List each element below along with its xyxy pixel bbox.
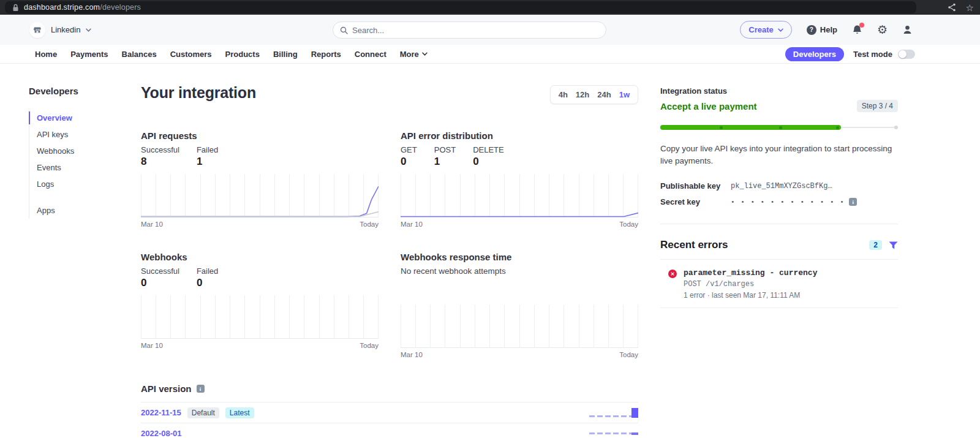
publishable-key-label: Publishable key	[660, 181, 731, 191]
sidebar-item-webhooks[interactable]: Webhooks	[29, 143, 127, 159]
stat-value: 0	[197, 277, 218, 289]
create-button[interactable]: Create	[740, 21, 791, 39]
toggle-knob	[899, 50, 907, 58]
integration-progress-bar	[660, 125, 898, 130]
version-badge-default: Default	[187, 407, 219, 418]
sidebar-item-events[interactable]: Events	[29, 159, 127, 176]
info-icon[interactable]: i	[197, 385, 205, 393]
sidebar-title: Developers	[29, 86, 127, 96]
notification-dot	[859, 23, 864, 28]
error-endpoint: POST /v1/charges	[684, 280, 817, 289]
search-input[interactable]: Search...	[333, 21, 606, 39]
publishable-key-value[interactable]: pk_live_51MmXYZGscBfKg…	[731, 182, 898, 191]
integration-status-description: Copy your live API keys into your integr…	[660, 143, 898, 167]
stat-label: POST	[434, 145, 456, 154]
address-bar[interactable]: dashboard.stripe.com/developers	[5, 1, 916, 13]
chart-empty-note: No recent webhook attempts	[401, 266, 638, 276]
nav-tab-products[interactable]: Products	[225, 50, 260, 59]
chevron-down-icon	[86, 28, 91, 32]
chart-title: Webhooks	[141, 252, 379, 262]
stat-value: 1	[434, 156, 456, 168]
stat-value: 0	[141, 277, 179, 289]
main-content: Your integration 4h12h24h1w API requests…	[141, 84, 638, 438]
sidebar-list: OverviewAPI keysWebhooksEventsLogsApps	[29, 110, 127, 219]
primary-nav: HomePaymentsBalancesCustomersProductsBil…	[0, 45, 980, 64]
help-button[interactable]: ? Help	[807, 25, 837, 35]
stat-value: 8	[141, 156, 179, 168]
chart-plot	[401, 304, 638, 348]
range-option-1w[interactable]: 1w	[619, 90, 630, 99]
nav-tab-reports[interactable]: Reports	[311, 50, 341, 59]
range-option-24h[interactable]: 24h	[597, 90, 611, 99]
integration-status-label: Integration status	[660, 86, 898, 96]
range-option-4h[interactable]: 4h	[559, 90, 568, 99]
x-axis-end: Today	[360, 221, 379, 228]
search-icon	[340, 26, 348, 34]
stat-value: 0	[401, 156, 417, 168]
test-mode-toggle[interactable]	[898, 50, 915, 59]
progress-step-dot	[779, 126, 782, 129]
api-version-link[interactable]: 2022-08-01	[141, 429, 182, 438]
sidebar-item-apps[interactable]: Apps	[29, 202, 127, 219]
sidebar-item-logs[interactable]: Logs	[29, 176, 127, 192]
nav-tab-connect[interactable]: Connect	[355, 50, 386, 59]
chart-plot	[141, 174, 379, 217]
chart-title: Webhooks response time	[401, 252, 638, 262]
x-axis-start: Mar 10	[401, 221, 423, 228]
api-keys-summary: Publishable keypk_live_51MmXYZGscBfKg…Se…	[660, 181, 898, 206]
stat-value: 0	[473, 156, 504, 168]
time-range-selector: 4h12h24h1w	[550, 85, 638, 104]
search-placeholder: Search...	[352, 26, 384, 35]
x-axis-end: Today	[360, 342, 379, 349]
secret-key-label: Secret key	[660, 197, 731, 206]
storefront-icon	[29, 22, 45, 38]
chart-panel-api-error-distribution: API error distributionGET0POST1DELETE0Ma…	[401, 130, 638, 228]
nav-tab-billing[interactable]: Billing	[273, 50, 298, 59]
bookmark-star-icon[interactable]: ☆	[966, 3, 974, 12]
test-mode-label: Test mode	[853, 50, 892, 59]
settings-gear-icon[interactable]: ⚙	[877, 24, 888, 36]
range-option-12h[interactable]: 12h	[576, 90, 589, 99]
url-text: dashboard.stripe.com/developers	[24, 3, 141, 12]
filter-icon[interactable]	[889, 241, 898, 249]
share-icon[interactable]	[948, 3, 956, 12]
api-version-row: 2022-08-01	[141, 423, 638, 438]
sidebar-item-overview[interactable]: Overview	[29, 110, 127, 126]
step-badge: Step 3 / 4	[857, 100, 898, 112]
chart-panel-api-requests: API requestsSuccessful8Failed1Mar 10Toda…	[141, 130, 379, 228]
progress-fill	[660, 125, 841, 130]
app-header: Linkedin Search... Create ? Help ⚙	[0, 15, 980, 45]
stat-label: DELETE	[473, 145, 504, 154]
info-icon[interactable]: i	[849, 198, 857, 206]
x-axis-start: Mar 10	[141, 221, 163, 228]
stat-label: Failed	[197, 266, 218, 276]
progress-step-dot	[720, 126, 723, 129]
nav-tabs: HomePaymentsBalancesCustomersProductsBil…	[35, 50, 428, 59]
question-circle-icon: ?	[807, 25, 816, 35]
sidebar-item-api-keys[interactable]: API keys	[29, 126, 127, 143]
progress-step-dot	[836, 126, 839, 129]
developers-pill-button[interactable]: Developers	[785, 47, 844, 61]
secret-key-value[interactable]: • • • • • • • • • • • •i	[731, 198, 898, 206]
nav-tab-balances[interactable]: Balances	[122, 50, 157, 59]
profile-avatar-icon[interactable]	[902, 25, 913, 35]
nav-tab-more[interactable]: More	[400, 50, 428, 59]
stat-label: Successful	[141, 266, 179, 276]
chart-panel-webhooks: WebhooksSuccessful0Failed0Mar 10Today	[141, 252, 379, 358]
nav-tab-customers[interactable]: Customers	[170, 50, 212, 59]
error-item[interactable]: ✕ parameter_missing - currency POST /v1/…	[660, 260, 898, 308]
notifications-button[interactable]	[852, 25, 862, 36]
stat-label: Failed	[197, 145, 218, 154]
stat-label: Successful	[141, 145, 179, 154]
account-switcher[interactable]: Linkedin	[29, 21, 91, 39]
api-version-row: 2022-11-15DefaultLatest	[141, 402, 638, 423]
api-version-link[interactable]: 2022-11-15	[141, 408, 181, 417]
stat-label: GET	[401, 145, 417, 154]
version-badge-latest: Latest	[225, 407, 254, 418]
stat-value: 1	[197, 156, 218, 168]
nav-tab-home[interactable]: Home	[35, 50, 57, 59]
account-name: Linkedin	[51, 25, 80, 34]
version-sparkline	[589, 432, 638, 435]
nav-tab-payments[interactable]: Payments	[70, 50, 108, 59]
x-axis-end: Today	[619, 351, 638, 358]
